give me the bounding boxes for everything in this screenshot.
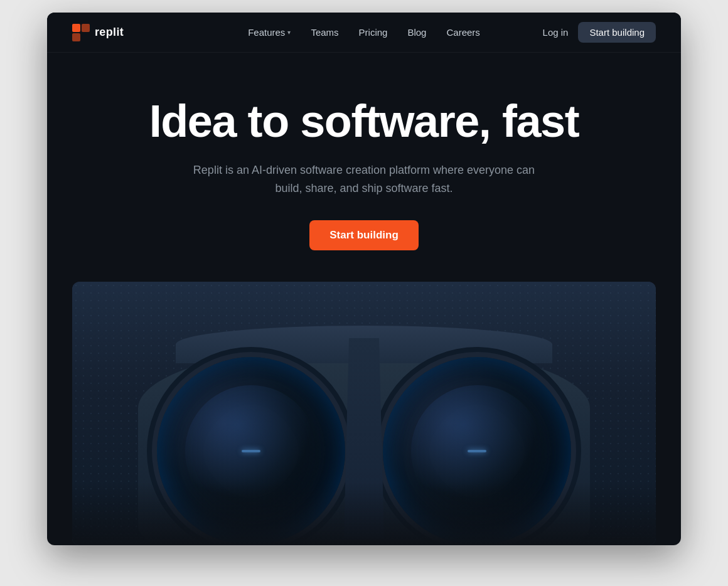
login-button[interactable]: Log in — [543, 27, 569, 38]
start-building-nav-button[interactable]: Start building — [578, 22, 656, 43]
nav-pricing[interactable]: Pricing — [359, 27, 388, 38]
svg-rect-2 — [72, 33, 80, 41]
logo-text: replit — [95, 26, 124, 39]
svg-rect-1 — [82, 24, 90, 32]
vr-bottom-fade — [72, 482, 656, 545]
svg-rect-0 — [72, 24, 80, 32]
logo[interactable]: replit — [72, 24, 124, 41]
start-building-hero-button[interactable]: Start building — [309, 220, 419, 250]
navbar-actions: Log in Start building — [543, 22, 656, 43]
navbar: replit Features ▾ Teams Pricing Blog Car… — [47, 13, 681, 53]
chevron-down-icon: ▾ — [287, 29, 291, 36]
hero-section: Idea to software, fast Replit is an AI-d… — [47, 53, 681, 282]
nav-blog[interactable]: Blog — [407, 27, 426, 38]
nav-careers[interactable]: Careers — [446, 27, 479, 38]
hero-subtitle: Replit is an AI-driven software creation… — [188, 161, 540, 198]
hero-image — [72, 282, 656, 545]
logo-icon — [72, 24, 90, 41]
nav-features[interactable]: Features ▾ — [248, 27, 291, 38]
nav-teams[interactable]: Teams — [311, 27, 338, 38]
hero-title: Idea to software, fast — [72, 97, 656, 146]
nav-links: Features ▾ Teams Pricing Blog Careers — [248, 27, 480, 38]
vr-visualization — [72, 282, 656, 545]
browser-window: replit Features ▾ Teams Pricing Blog Car… — [47, 13, 681, 545]
